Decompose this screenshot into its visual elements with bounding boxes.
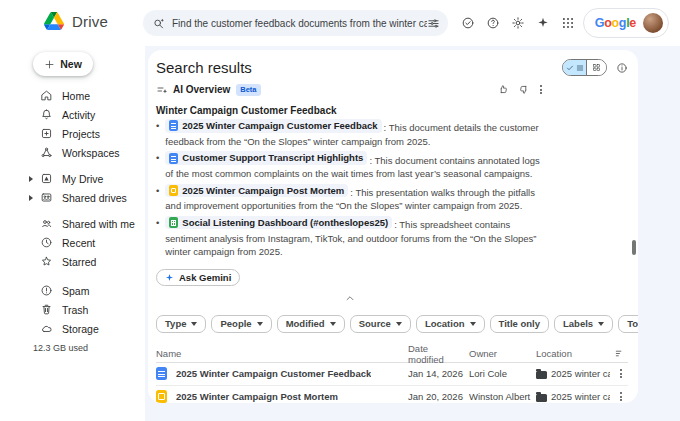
plus-icon: [44, 59, 55, 70]
list-item: • 2025 Winter Campaign Customer Feedback…: [156, 119, 544, 148]
sidebar-item-workspaces[interactable]: Workspaces: [0, 143, 145, 162]
list-item: • Customer Support Transcript Highlights…: [156, 151, 544, 180]
new-button-label: New: [60, 58, 82, 70]
filter-label: Location: [425, 318, 465, 329]
view-toggle: [562, 59, 607, 76]
doc-link-chip[interactable]: Social Listening Dashboard (#ontheslopes…: [165, 216, 392, 230]
sidebar-item-activity[interactable]: Activity: [0, 105, 145, 124]
info-icon: [616, 62, 628, 74]
sidebar-item-label: Starred: [62, 256, 96, 268]
row-more-button[interactable]: [614, 390, 628, 403]
expand-arrow-icon[interactable]: [29, 195, 33, 201]
sidebar-item-label: Home: [62, 90, 90, 102]
tune-icon: [427, 17, 440, 30]
sidebar-item-shared-drives[interactable]: Shared drives: [0, 188, 145, 207]
filter-label: Type: [165, 318, 186, 329]
bullet-icon: •: [156, 216, 159, 259]
location-name: 2025 winter cam: [551, 391, 610, 402]
bullet-icon: •: [156, 119, 159, 148]
trash-icon: [40, 303, 53, 316]
workspaces-icon: [40, 146, 53, 159]
cloud-icon: [40, 322, 53, 335]
doc-link-chip[interactable]: 2025 Winter Campaign Post Mortem: [165, 184, 348, 198]
expand-arrow-icon[interactable]: [29, 176, 33, 182]
gemini-sparkle-icon: [536, 16, 550, 30]
grid-view-button[interactable]: [586, 60, 606, 75]
file-name: 2025 Winter Campaign Post Mortem: [176, 391, 338, 402]
sidebar-item-label: My Drive: [62, 173, 103, 185]
shared-with-me-icon: [40, 217, 53, 230]
location-chip[interactable]: 2025 winter cam: [536, 391, 610, 402]
doc-link-chip[interactable]: 2025 Winter Campaign Customer Feedback: [165, 119, 381, 133]
sidebar-item-recent[interactable]: Recent: [0, 233, 145, 252]
thumbs-down-button[interactable]: [518, 84, 529, 95]
ai-overview-section: AI Overview Beta Winter Campaign Custome…: [156, 83, 544, 304]
location-chip[interactable]: 2025 winter cam: [536, 368, 610, 379]
filter-title-only[interactable]: Title only: [490, 315, 550, 333]
ai-overview-more-button[interactable]: [538, 83, 544, 96]
chevron-down-icon: [396, 322, 402, 326]
scrollbar-thumb[interactable]: [632, 240, 636, 255]
ask-gemini-button[interactable]: Ask Gemini: [156, 269, 240, 286]
filter-bar: Type People Modified Source Location Tit…: [156, 315, 628, 333]
filter-to-do[interactable]: To do: [618, 315, 638, 333]
settings-gear-icon: [511, 16, 525, 30]
filter-people[interactable]: People: [211, 315, 271, 333]
collapse-ai-overview-button[interactable]: [340, 289, 360, 304]
main-area: Search results: [145, 46, 680, 421]
docs-file-icon: [169, 120, 178, 131]
doc-link-label: 2025 Winter Campaign Customer Feedback: [182, 119, 377, 133]
list-item: • 2025 Winter Campaign Post Mortem: This…: [156, 184, 544, 213]
sidebar-item-home[interactable]: Home: [0, 86, 145, 105]
filter-type[interactable]: Type: [156, 315, 206, 333]
avatar[interactable]: [643, 13, 663, 33]
thumbs-up-button[interactable]: [498, 84, 509, 95]
sidebar-item-trash[interactable]: Trash: [0, 300, 145, 319]
row-more-button[interactable]: [614, 367, 628, 380]
search-options-button[interactable]: [427, 17, 440, 30]
filter-modified[interactable]: Modified: [277, 315, 345, 333]
apps-button[interactable]: [561, 16, 575, 30]
sidebar-item-projects[interactable]: Projects: [0, 124, 145, 143]
thumbs-down-icon: [518, 84, 529, 95]
gemini-sparkle-icon: [165, 273, 174, 282]
sidebar-item-spam[interactable]: Spam: [0, 281, 145, 300]
table-row[interactable]: 2025 Winter Campaign Customer Feedback J…: [156, 363, 628, 386]
owner-name: Winston Albert: [469, 391, 530, 402]
doc-link-label: Customer Support Transcript Highlights: [182, 151, 363, 165]
new-button[interactable]: New: [33, 52, 93, 76]
sidebar-item-label: Activity: [62, 109, 95, 121]
sidebar-item-shared-with-me[interactable]: Shared with me: [0, 214, 145, 233]
sidebar-item-label: Trash: [62, 304, 88, 316]
thumbs-up-icon: [498, 84, 509, 95]
filter-location[interactable]: Location: [416, 315, 485, 333]
settings-button[interactable]: [511, 16, 525, 30]
chevron-down-icon: [191, 322, 197, 326]
column-header-modified[interactable]: Date modified: [408, 343, 465, 365]
list-item: • Social Listening Dashboard (#ontheslop…: [156, 216, 544, 259]
sidebar-item-storage[interactable]: Storage: [0, 319, 145, 338]
details-button[interactable]: [616, 62, 628, 74]
column-header-location[interactable]: Location: [536, 348, 610, 359]
date-modified: Jan 14, 2026: [408, 368, 465, 379]
drive-logo-icon: [44, 12, 64, 30]
doc-link-chip[interactable]: Customer Support Transcript Highlights: [165, 151, 367, 165]
chevron-down-icon: [330, 322, 336, 326]
search-bar[interactable]: [143, 10, 448, 36]
list-view-button[interactable]: [563, 60, 586, 75]
search-input[interactable]: [172, 18, 427, 29]
filter-source[interactable]: Source: [350, 315, 411, 333]
gemini-button[interactable]: [536, 16, 550, 30]
account-chip[interactable]: Google: [583, 8, 669, 38]
column-header-name[interactable]: Name: [156, 348, 404, 359]
sidebar-item-my-drive[interactable]: My Drive: [0, 169, 145, 188]
location-name: 2025 winter cam: [551, 368, 610, 379]
drive-brand[interactable]: Drive: [44, 12, 108, 30]
offline-status-button[interactable]: [461, 16, 475, 30]
table-row[interactable]: 2025 Winter Campaign Post Mortem Jan 20,…: [156, 386, 628, 404]
column-header-owner[interactable]: Owner: [469, 348, 532, 359]
filter-labels[interactable]: Labels: [554, 315, 613, 333]
sort-icon[interactable]: [614, 348, 625, 359]
sidebar-item-starred[interactable]: Starred: [0, 252, 145, 271]
help-button[interactable]: [486, 16, 500, 30]
